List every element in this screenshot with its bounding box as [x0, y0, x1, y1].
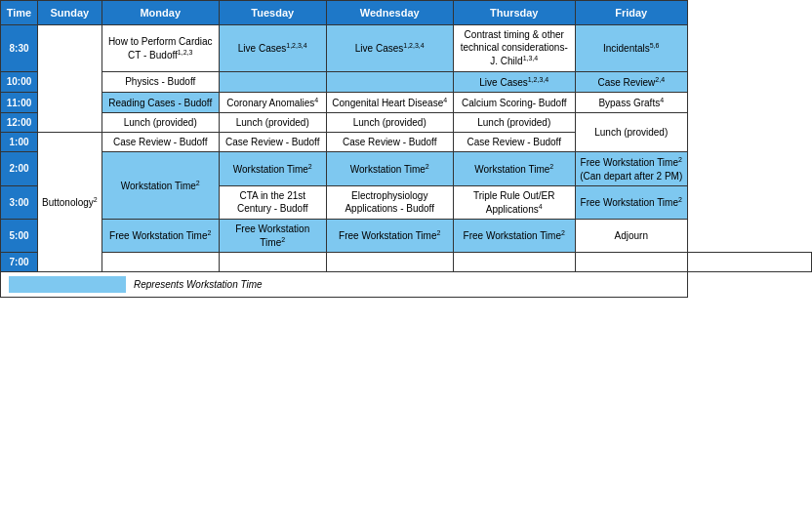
cell-100-thu: Case Review - Budoff [453, 133, 575, 152]
cell-300-fri: Free Workstation Time2 [575, 185, 687, 219]
table-row: 12:00 Lunch (provided) Lunch (provided) … [1, 113, 812, 133]
cell-200-thu: Workstation Time2 [453, 152, 575, 185]
time-830: 8:30 [1, 25, 38, 71]
time-1200: 12:00 [1, 113, 38, 133]
cell-300-wed: Electrophysiology Applications - Budoff [326, 185, 453, 219]
table-row: 10:00 Physics - Budoff Live Cases1,2,3,4… [1, 71, 812, 92]
cell-100-wed: Case Review - Budoff [326, 133, 453, 152]
header-friday: Friday [575, 1, 687, 25]
cell-830-wed: Live Cases1,2,3,4 [326, 25, 453, 71]
cell-1100-mon: Reading Cases - Budoff [102, 92, 219, 112]
time-200: 2:00 [1, 152, 38, 185]
schedule-table: Time Sunday Monday Tuesday Wednesday Thu… [0, 0, 812, 298]
cell-1200-mon: Lunch (provided) [102, 113, 219, 133]
cell-1000-thu: Live Cases1,2,3,4 [453, 71, 575, 92]
header-wednesday: Wednesday [326, 1, 453, 25]
legend-row: Represents Workstation Time [1, 272, 812, 298]
header-sunday: Sunday [38, 1, 102, 25]
time-1000: 10:00 [1, 71, 38, 92]
cell-700-fri [687, 253, 811, 272]
cell-1000-tue [219, 71, 326, 92]
cell-500-thu: Free Workstation Time2 [453, 219, 575, 252]
cell-1000-mon: Physics - Budoff [102, 71, 219, 92]
table-row: 11:00 Reading Cases - Budoff Coronary An… [1, 92, 812, 112]
header-tuesday: Tuesday [219, 1, 326, 25]
header-monday: Monday [102, 1, 219, 25]
schedule-container: Time Sunday Monday Tuesday Wednesday Thu… [0, 0, 812, 298]
time-100: 1:00 [1, 133, 38, 152]
cell-1100-tue: Coronary Anomalies4 [219, 92, 326, 112]
cell-700-thu [575, 253, 687, 272]
header-time: Time [1, 1, 38, 25]
cell-500-wed: Free Workstation Time2 [326, 219, 453, 252]
cell-1200-tue: Lunch (provided) [219, 113, 326, 133]
cell-830-tue: Live Cases1,2,3,4 [219, 25, 326, 71]
cell-100-sun: Buttonology2 [38, 133, 102, 272]
header-thursday: Thursday [453, 1, 575, 25]
cell-1200-fri: Lunch (provided) [575, 113, 687, 152]
table-row: 2:00 Workstation Time2 Workstation Time2… [1, 152, 812, 185]
cell-300-tue: CTA in the 21st Century - Budoff [219, 185, 326, 219]
table-row: 7:00 [1, 253, 812, 272]
cell-700-sun [102, 253, 219, 272]
time-700: 7:00 [1, 253, 38, 272]
cell-700-mon [219, 253, 326, 272]
table-row: 8:30 How to Perform Cardiac CT - Budoff1… [1, 25, 812, 71]
cell-500-fri: Adjourn [575, 219, 687, 252]
table-row: 1:00 Buttonology2 Case Review - Budoff C… [1, 133, 812, 152]
cell-830-mon: How to Perform Cardiac CT - Budoff1,2,3 [102, 25, 219, 71]
cell-1100-wed: Congenital Heart Disease4 [326, 92, 453, 112]
cell-700-wed [453, 253, 575, 272]
table-row: 5:00 Free Workstation Time2 Free Worksta… [1, 219, 812, 252]
cell-200-wed: Workstation Time2 [326, 152, 453, 185]
cell-1100-thu: Calcium Scoring- Budoff [453, 92, 575, 112]
cell-300-thu: Triple Rule Out/ER Applications4 [453, 185, 575, 219]
cell-830-sun [38, 25, 102, 133]
cell-200-mon: Workstation Time2 [102, 152, 219, 220]
cell-1200-thu: Lunch (provided) [453, 113, 575, 133]
cell-500-mon: Free Workstation Time2 [102, 219, 219, 252]
legend-text: Represents Workstation Time [126, 276, 270, 293]
cell-100-mon: Case Review - Budoff [102, 133, 219, 152]
cell-100-tue: Case Review - Budoff [219, 133, 326, 152]
cell-200-tue: Workstation Time2 [219, 152, 326, 185]
cell-1000-wed [326, 71, 453, 92]
cell-830-thu: Contrast timing & other technical consid… [453, 25, 575, 71]
cell-1200-wed: Lunch (provided) [326, 113, 453, 133]
cell-1000-fri: Case Review2,4 [575, 71, 687, 92]
cell-1100-fri: Bypass Grafts4 [575, 92, 687, 112]
cell-700-tue [326, 253, 453, 272]
cell-200-fri: Free Workstation Time2(Can depart after … [575, 152, 687, 185]
time-1100: 11:00 [1, 92, 38, 112]
time-400: 5:00 [1, 219, 38, 252]
legend-blue-cell [9, 276, 126, 293]
time-300: 3:00 [1, 185, 38, 219]
cell-830-fri: Incidentals5,6 [575, 25, 687, 71]
cell-500-tue: Free Workstation Time2 [219, 219, 326, 252]
